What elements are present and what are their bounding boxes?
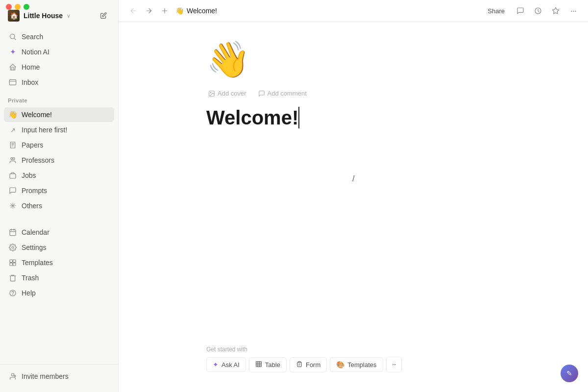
user-avatar[interactable]: ✎ [561,365,578,382]
page-meta: Add cover Add comment [206,89,500,98]
form-button[interactable]: Form [290,357,327,372]
svg-rect-5 [10,230,16,236]
professors-icon [8,155,18,165]
ask-ai-label: Ask AI [221,361,240,368]
sidebar-item-inbox[interactable]: Inbox [4,75,114,90]
more-options-gs-button[interactable]: ··· [386,357,402,372]
pencil-icon [99,12,107,20]
sidebar-item-search[interactable]: Search [4,29,114,44]
i-beam-cursor: 𝐼 [352,173,355,184]
sidebar-item-notion-ai[interactable]: ✦ Notion AI [4,45,114,59]
svg-point-2 [11,158,13,160]
add-comment-label: Add comment [268,90,307,97]
workspace-chevron-icon: ∨ [67,13,71,19]
input-here-first-label: Input here first! [22,126,67,134]
search-icon [8,32,18,42]
others-label: Others [22,202,42,210]
svg-rect-18 [298,361,300,362]
topbar-emoji: 👋 [175,7,184,15]
sidebar-item-papers[interactable]: Papers [4,138,114,152]
settings-icon [8,243,18,252]
topbar: 👋 Welcome! Share [119,0,588,22]
sidebar-item-prompts[interactable]: Prompts [4,183,114,198]
more-ellipsis-icon: ··· [392,360,395,369]
add-comment-button[interactable]: Add comment [256,89,309,98]
minimize-dot[interactable] [15,4,21,10]
templates-icon [8,258,18,268]
sidebar-item-input-here-first[interactable]: ↗ Input here first! [4,122,114,137]
maximize-dot[interactable] [24,4,29,10]
sidebar-pages-nav: 👋 Welcome! ↗ Input here first! Papers [0,105,118,215]
workspace-avatar: 🏠 [8,10,20,22]
templates-button[interactable]: 🎨 Templates [330,357,383,372]
page-emoji[interactable]: 👋 [206,42,500,77]
updates-button[interactable] [531,4,545,18]
sidebar-footer: Invite members [0,364,118,388]
comments-button[interactable] [514,4,527,18]
get-started-label: Get started with [206,346,500,353]
inbox-icon [8,77,18,87]
invite-members-button[interactable]: Invite members [4,368,114,384]
sidebar-item-professors[interactable]: Professors [4,153,114,168]
clock-icon [534,7,542,15]
table-button[interactable]: Table [249,357,287,372]
sidebar-item-settings[interactable]: Settings [4,240,114,255]
add-cover-button[interactable]: Add cover [206,89,248,98]
input-icon: ↗ [8,125,18,135]
sidebar-item-templates[interactable]: Templates [4,255,114,270]
comment-meta-icon [258,90,265,97]
professors-label: Professors [22,156,54,164]
get-started-buttons: ✦ Ask AI Table [206,357,500,372]
ask-ai-button[interactable]: ✦ Ask AI [206,357,246,372]
more-options-button[interactable]: ··· [566,4,580,18]
favorite-button[interactable] [549,4,563,18]
content-area: 👋 Add cover Add comment [119,22,588,392]
sidebar-item-welcome[interactable]: 👋 Welcome! [4,107,114,122]
papers-label: Papers [22,141,43,149]
sidebar-bottom-nav: Calendar Settings Templates [0,223,118,302]
back-button[interactable] [126,4,140,18]
sidebar-item-others[interactable]: ✳ Others [4,198,114,213]
ellipsis-icon: ··· [570,6,576,16]
form-label: Form [306,361,320,368]
svg-rect-8 [13,260,16,262]
main-content: 👋 Welcome! Share [119,0,588,392]
templates-label: Templates [22,259,53,267]
inbox-label: Inbox [22,78,38,86]
add-cover-label: Add cover [218,90,246,97]
form-icon [296,361,303,369]
templates-gs-icon: 🎨 [336,361,344,368]
trash-icon [8,273,18,283]
svg-point-0 [10,34,15,39]
sidebar-item-jobs[interactable]: Jobs [4,168,114,183]
close-dot[interactable] [6,4,12,10]
new-page-button[interactable] [97,9,110,23]
workspace-name: Little House [24,12,63,20]
papers-icon [8,140,18,150]
search-label: Search [22,33,43,41]
svg-point-16 [210,92,211,93]
sidebar-item-trash[interactable]: Trash [4,270,114,285]
jobs-icon [8,171,18,180]
settings-label: Settings [22,244,47,251]
forward-button[interactable] [142,4,156,18]
topbar-right: Share ··· [483,4,580,18]
trash-label: Trash [22,274,39,282]
share-button[interactable]: Share [483,5,510,17]
calendar-label: Calendar [22,228,49,236]
prompts-label: Prompts [22,187,47,195]
notion-ai-icon: ✦ [8,47,18,57]
sidebar-item-home[interactable]: Home [4,60,114,74]
sidebar-item-calendar[interactable]: Calendar [4,225,114,240]
svg-rect-9 [10,263,12,266]
page-title[interactable]: Welcome! [206,106,500,129]
templates-gs-label: Templates [347,361,376,368]
topbar-title: 👋 Welcome! [175,7,217,15]
arrow-right-icon [145,7,153,15]
workspace-left: 🏠 Little House ∨ [8,10,71,22]
home-label: Home [22,63,40,71]
sidebar-item-help[interactable]: Help [4,286,114,300]
invite-members-label: Invite members [22,372,69,380]
new-page-topbar-button[interactable] [158,4,172,18]
arrow-left-icon [129,7,137,15]
